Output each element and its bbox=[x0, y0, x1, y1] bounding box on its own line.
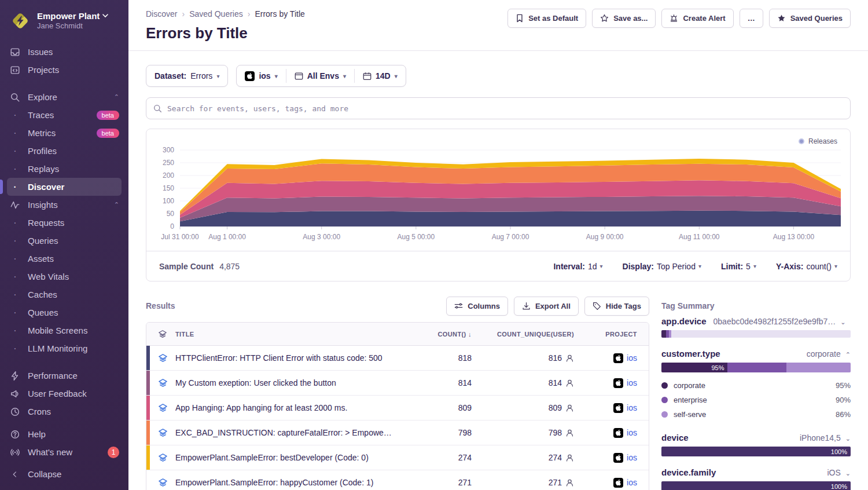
sidebar-item-user-feedback[interactable]: User Feedback bbox=[0, 385, 128, 403]
col-count-unique[interactable]: COUNT_UNIQUE(USER) bbox=[475, 331, 582, 338]
breadcrumb-saved-queries[interactable]: Saved Queries bbox=[189, 9, 243, 19]
project-filter[interactable]: ios ▾ bbox=[237, 65, 285, 86]
col-count[interactable]: COUNT() ↓ bbox=[400, 331, 475, 338]
col-project[interactable]: PROJECT bbox=[582, 331, 649, 338]
org-switcher[interactable]: Empower Plant Jane Schmidt bbox=[0, 8, 128, 34]
error-title-link[interactable]: EmpowerPlant.SampleError: bestDeveloper … bbox=[175, 453, 400, 462]
breadcrumb-discover[interactable]: Discover bbox=[146, 9, 177, 19]
sidebar-item-mobile-screens[interactable]: ·Mobile Screens bbox=[0, 321, 128, 339]
beta-badge: beta bbox=[97, 111, 119, 120]
stack-trace-icon[interactable] bbox=[150, 353, 175, 363]
project-cell: ios bbox=[582, 428, 649, 438]
projects-icon bbox=[9, 65, 21, 75]
stack-trace-icon[interactable] bbox=[150, 453, 175, 463]
tag-section-header[interactable]: app.device0baebc0de4982f1255f2e9e9fb7…⌄ bbox=[661, 316, 851, 326]
tag-distribution-bar: 100% bbox=[661, 481, 851, 490]
chart-control-y-axis[interactable]: Y-Axis: count()▾ bbox=[776, 262, 837, 271]
apple-icon bbox=[613, 478, 623, 488]
stack-trace-icon[interactable] bbox=[150, 403, 175, 413]
org-logo-icon bbox=[9, 10, 31, 32]
sidebar-item-crons[interactable]: Crons bbox=[0, 403, 128, 420]
releases-legend-toggle[interactable]: Releases bbox=[799, 137, 837, 145]
sidebar-item-projects[interactable]: Projects bbox=[0, 61, 128, 79]
broadcast-icon bbox=[9, 447, 21, 458]
apple-icon bbox=[613, 353, 623, 363]
svg-text:Aug 5 00:00: Aug 5 00:00 bbox=[397, 233, 435, 241]
sidebar-item-whats-new[interactable]: What's new 1 bbox=[0, 443, 128, 461]
sidebar-section-explore[interactable]: Explore ⌃ bbox=[0, 88, 128, 106]
svg-text:150: 150 bbox=[163, 184, 174, 192]
sidebar-item-requests[interactable]: ·Requests bbox=[0, 214, 128, 232]
tag-value-row[interactable]: self-serve86% bbox=[661, 407, 851, 422]
insights-pulse-icon bbox=[9, 200, 21, 210]
error-title-link[interactable]: App Hanging: App hanging for at least 20… bbox=[175, 403, 400, 412]
sidebar-item-queries[interactable]: ·Queries bbox=[0, 232, 128, 250]
ellipsis-icon: … bbox=[748, 14, 755, 23]
tag-value-row[interactable]: enterprise90% bbox=[661, 393, 851, 407]
star-filled-icon bbox=[777, 14, 786, 23]
sidebar-item-queues[interactable]: ·Queues bbox=[0, 303, 128, 321]
tag-color-dot bbox=[661, 397, 668, 403]
events-area-chart: 050100150200250300Jul 31 00:00Aug 1 00:0… bbox=[146, 129, 850, 251]
bookmark-icon bbox=[516, 14, 524, 23]
chevron-down-icon: ▾ bbox=[600, 263, 603, 269]
sidebar-item-profiles[interactable]: ·Profiles bbox=[0, 142, 128, 160]
project-link[interactable]: ios bbox=[627, 478, 637, 487]
sidebar-section-insights[interactable]: Insights ⌃ bbox=[0, 196, 128, 214]
stack-trace-icon[interactable] bbox=[150, 478, 175, 488]
environment-filter[interactable]: All Envs ▾ bbox=[286, 65, 354, 86]
saved-queries-button[interactable]: Saved Queries bbox=[769, 9, 851, 28]
sidebar-item-web-vitals[interactable]: ·Web Vitals bbox=[0, 268, 128, 286]
chart-control-display[interactable]: Display: Top Period▾ bbox=[623, 262, 701, 271]
col-title[interactable]: TITLE bbox=[175, 331, 400, 338]
svg-text:Aug 3 00:00: Aug 3 00:00 bbox=[303, 233, 340, 241]
sidebar-item-replays[interactable]: ·Replays bbox=[0, 160, 128, 178]
chart-control-interval[interactable]: Interval: 1d▾ bbox=[553, 262, 602, 271]
project-link[interactable]: ios bbox=[627, 428, 637, 437]
sidebar-item-discover[interactable]: ·Discover bbox=[0, 178, 128, 196]
tag-section-header[interactable]: customer.typecorporate⌃ bbox=[661, 349, 851, 359]
date-range-filter[interactable]: 14D ▾ bbox=[355, 65, 406, 86]
page-header: Discover › Saved Queries › Errors by Tit… bbox=[128, 0, 868, 51]
sidebar-item-caches[interactable]: ·Caches bbox=[0, 286, 128, 303]
stack-trace-icon[interactable] bbox=[150, 378, 175, 388]
sidebar-item-performance[interactable]: Performance bbox=[0, 367, 128, 385]
set-as-default-button[interactable]: Set as Default bbox=[507, 9, 586, 28]
count-unique-value: 816 bbox=[475, 353, 582, 363]
export-all-button[interactable]: Export All bbox=[514, 297, 579, 316]
sidebar-item-traces[interactable]: ·Traces beta bbox=[0, 106, 128, 124]
svg-text:50: 50 bbox=[167, 210, 175, 218]
error-title-link[interactable]: HTTPClientError: HTTP Client Error with … bbox=[175, 353, 400, 363]
hide-tags-button[interactable]: Hide Tags bbox=[584, 297, 649, 316]
table-row: App Hanging: App hanging for at least 20… bbox=[146, 396, 649, 420]
dataset-selector[interactable]: Dataset: Errors ▾ bbox=[146, 65, 228, 87]
project-link[interactable]: ios bbox=[627, 353, 637, 363]
tag-section-header[interactable]: device.familyiOS⌄ bbox=[661, 467, 851, 477]
error-title-link[interactable]: My Custom exeption: User clicked the but… bbox=[175, 378, 400, 387]
project-link[interactable]: ios bbox=[627, 403, 637, 412]
columns-button[interactable]: Columns bbox=[446, 297, 508, 316]
star-outline-icon bbox=[600, 14, 609, 23]
sidebar-item-llm-monitoring[interactable]: ·LLM Monitoring bbox=[0, 339, 128, 357]
user-icon bbox=[565, 429, 574, 437]
sidebar-item-assets[interactable]: ·Assets bbox=[0, 250, 128, 268]
stack-trace-icon[interactable] bbox=[150, 428, 175, 438]
sidebar-item-issues[interactable]: Issues bbox=[0, 43, 128, 61]
svg-text:Aug 9 00:00: Aug 9 00:00 bbox=[586, 233, 624, 241]
tag-section-header[interactable]: deviceiPhone14,5⌄ bbox=[661, 433, 851, 443]
chart-control-limit[interactable]: Limit: 5▾ bbox=[721, 262, 756, 271]
sidebar-collapse-button[interactable]: Collapse bbox=[0, 465, 128, 483]
project-link[interactable]: ios bbox=[627, 453, 637, 462]
more-options-button[interactable]: … bbox=[740, 9, 763, 28]
sidebar-item-metrics[interactable]: ·Metrics beta bbox=[0, 124, 128, 142]
error-title-link[interactable]: EXC_BAD_INSTRUCTION: captureFatalError: … bbox=[175, 428, 400, 437]
create-alert-button[interactable]: Create Alert bbox=[661, 9, 733, 28]
error-title-link[interactable]: EmpowerPlant.SampleError: happyCustomer … bbox=[175, 478, 400, 487]
sidebar-item-help[interactable]: Help bbox=[0, 425, 128, 443]
tag-summary-panel: Tag Summary app.device0baebc0de4982f1255… bbox=[661, 295, 851, 490]
tag-value-row[interactable]: corporate95% bbox=[661, 378, 851, 393]
search-input[interactable] bbox=[167, 104, 843, 113]
save-as-button[interactable]: Save as... bbox=[592, 9, 656, 28]
project-link[interactable]: ios bbox=[627, 378, 637, 387]
apple-icon bbox=[613, 453, 623, 463]
